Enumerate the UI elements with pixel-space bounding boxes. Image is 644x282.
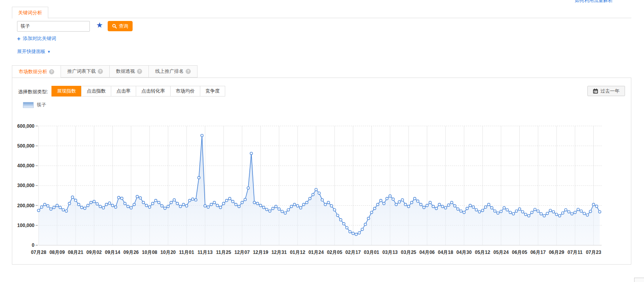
tab-online-promo-ranking-label: 线上推广排名 [155,68,184,75]
scroll-corner [634,278,644,282]
svg-text:01月12: 01月12 [290,250,305,255]
svg-text:02月05: 02月05 [327,250,342,255]
chart-legend: 筷子 [23,102,46,108]
tab-keyword-analysis-label: 关键词分析 [18,9,42,16]
add-compare-keyword-link[interactable]: + 添加对比关键词 [17,35,56,42]
chevron-down-icon: ▼ [47,50,51,54]
add-compare-keyword-label: 添加对比关键词 [23,35,56,42]
svg-text:300,000: 300,000 [17,183,35,188]
svg-text:12月31: 12月31 [272,250,287,255]
help-icon[interactable]: ? [137,69,142,74]
svg-text:07月11: 07月11 [568,250,583,255]
x-axis-labels: 07月2808月0908月2109月0209月1409月2610月0810月20… [31,250,601,255]
help-icon[interactable]: ? [49,69,54,74]
data-type-impression-index[interactable]: 展现指数 [51,86,82,97]
search-icon [112,24,117,28]
svg-text:100,000: 100,000 [17,223,35,228]
svg-text:05月24: 05月24 [493,250,509,255]
svg-text:02月17: 02月17 [346,250,361,255]
analysis-tabrow: 市场数据分析?推广词表下载?数据透视?线上推广排名? [12,65,198,78]
query-button-label: 查询 [119,23,128,30]
svg-text:04月30: 04月30 [456,250,472,255]
svg-text:06月05: 06月05 [512,250,527,255]
svg-text:200,000: 200,000 [17,203,35,208]
expand-quick-panel-link[interactable]: 展开快捷面板 ▼ [17,48,51,55]
svg-text:01月24: 01月24 [308,250,324,255]
tab-online-promo-ranking[interactable]: 线上推广排名? [148,65,198,78]
data-type-market-avg-price[interactable]: 市场均价 [170,86,200,97]
svg-text:12月19: 12月19 [253,250,268,255]
data-type-click-index[interactable]: 点击指数 [81,86,111,97]
plus-icon: + [17,36,21,42]
svg-text:03月13: 03月13 [382,250,398,255]
svg-text:06月17: 06月17 [530,250,546,255]
query-button[interactable]: 查询 [108,21,133,31]
svg-text:08月09: 08月09 [49,250,65,255]
legend-series-name: 筷子 [37,102,46,108]
svg-text:11月13: 11月13 [198,250,213,255]
top-right-help-link[interactable]: 如何利用流量解析 [575,0,613,4]
help-icon[interactable]: ? [98,69,103,74]
keyword-input[interactable] [17,21,90,32]
svg-text:10月08: 10月08 [142,250,158,255]
data-type-click-rate[interactable]: 点击率 [111,86,136,97]
help-icon[interactable]: ? [186,69,191,74]
data-type-button-group: 展现指数点击指数点击率点击转化率市场均价竞争度 [52,86,225,97]
data-type-label: 选择数据类型: [18,89,48,95]
svg-text:04月18: 04月18 [438,250,453,255]
svg-text:11月01: 11月01 [179,250,194,255]
svg-text:05月12: 05月12 [475,250,490,255]
svg-text:12月07: 12月07 [234,250,250,255]
legend-swatch [23,102,34,108]
keyword-panel-tabrow: 关键词分析 [12,7,631,18]
svg-text:500,000: 500,000 [17,143,35,149]
tab-data-pivot-label: 数据透视 [116,68,135,75]
calendar-icon [593,89,598,94]
svg-text:07月28: 07月28 [31,250,46,255]
svg-text:07月23: 07月23 [586,250,601,255]
svg-text:09月26: 09月26 [123,250,139,255]
favorite-star-icon[interactable]: ★ [96,20,103,30]
svg-text:600,000: 600,000 [17,123,35,129]
tab-market-data-analysis[interactable]: 市场数据分析? [12,65,61,78]
date-range-label: 过去一年 [600,88,619,95]
tab-data-pivot[interactable]: 数据透视? [109,65,149,78]
data-type-click-conversion-rate[interactable]: 点击转化率 [136,86,171,97]
trend-line-chart[interactable]: 07月2808月0908月2109月0209月1409月2610月0810月20… [0,119,633,260]
tab-promo-wordlist-download-label: 推广词表下载 [67,68,96,75]
tab-keyword-analysis[interactable]: 关键词分析 [12,7,48,19]
series-area [39,136,600,245]
svg-text:400,000: 400,000 [17,163,35,168]
svg-text:06月29: 06月29 [549,250,564,255]
svg-text:10月20: 10月20 [160,250,176,255]
expand-quick-panel-label: 展开快捷面板 [17,48,46,55]
svg-text:09月02: 09月02 [86,250,102,255]
svg-text:09月14: 09月14 [105,250,120,255]
svg-text:08月21: 08月21 [68,250,84,255]
svg-text:03月01: 03月01 [364,250,379,255]
tab-market-data-analysis-label: 市场数据分析 [19,68,47,75]
svg-text:11月25: 11月25 [216,250,231,255]
y-axis-labels: 0100,000200,000300,000400,000500,000600,… [17,123,35,248]
tab-promo-wordlist-download[interactable]: 推广词表下载? [61,65,110,78]
data-type-competition[interactable]: 竞争度 [200,86,225,97]
date-range-button[interactable]: 过去一年 [587,86,625,96]
svg-text:04月06: 04月06 [420,250,435,255]
svg-text:03月25: 03月25 [401,250,416,255]
svg-text:0: 0 [32,242,34,248]
